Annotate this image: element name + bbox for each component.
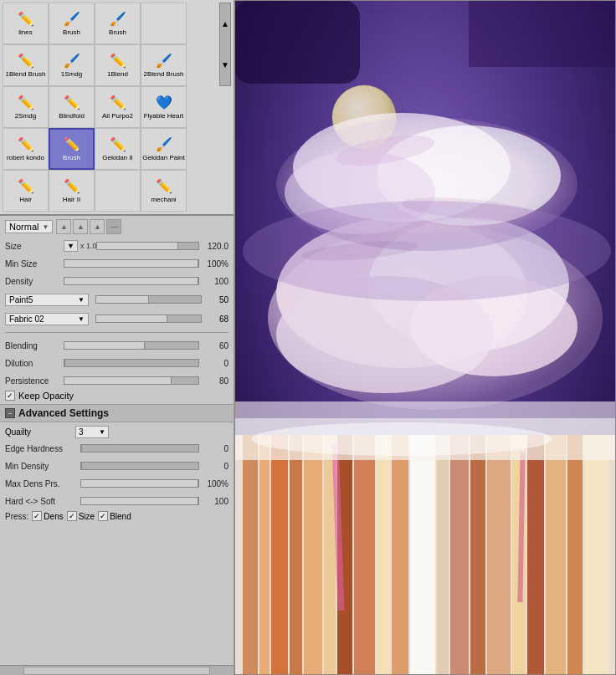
canvas-area[interactable] [234,0,616,675]
size-value: 120.0 [202,242,228,251]
blend-prev-btn[interactable]: ▲ [56,219,71,234]
brush-cell[interactable]: 💙Flyable Heart [141,86,187,128]
brush-cell[interactable]: ✏️1Blend Brush [3,44,49,86]
brush-cell[interactable]: 🖌️Gekidan Paint [141,128,187,170]
quality-arrow-icon: ▼ [99,428,105,436]
blend-last-btn[interactable]: — [106,219,121,234]
size-label: Size [5,242,64,251]
brush-cell-label: All Purpo2 [102,112,133,120]
brush-grid: ✏️lines🖌️Brush🖌️Brush✏️1Blend Brush🖌️1Sm… [0,0,234,216]
keep-opacity-checkbox[interactable]: ✓ [5,391,15,401]
brush-cell[interactable]: 🖌️Brush [95,3,141,44]
min-density-slider[interactable] [80,462,199,470]
scroll-up-arrow[interactable]: ▲ [221,19,229,28]
brush-scroll[interactable]: ▲ ▼ [219,3,231,86]
bottom-scrollbar[interactable] [0,665,234,675]
brush-cell-icon: ✏️ [18,178,34,194]
persistence-slider[interactable] [64,376,199,385]
texture2-label: Fabric 02 [9,314,44,324]
min-density-label: Min Density [5,462,80,471]
hard-soft-value: 100 [202,497,228,506]
brush-cell-icon: 🖌️ [156,136,172,152]
brush-cell[interactable]: ✏️robert kondo [3,128,49,170]
divider1 [5,332,228,333]
texture2-dropdown[interactable]: Fabric 02 ▼ [5,313,89,325]
brush-cell[interactable]: ✏️Blindfold [49,86,95,128]
brush-cell[interactable]: ✏️mechani [141,170,187,212]
texture1-row: Paint5 ▼ 50 [5,291,228,308]
brush-cell-label: Hair [19,196,32,204]
quality-dropdown[interactable]: 3 ▼ [75,426,109,438]
texture2-slider[interactable] [95,314,202,323]
brush-cell[interactable]: ✏️Brush [49,128,95,170]
edge-hardness-label: Edge Hardness [5,444,80,453]
blend-mid-btn[interactable]: ▲ [73,219,88,234]
brush-cell[interactable]: ✏️Gekidan II [95,128,141,170]
svg-rect-19 [259,435,270,675]
dilution-slider[interactable] [64,359,199,367]
svg-rect-28 [410,435,435,675]
svg-rect-26 [377,435,390,675]
edge-hardness-value: 0 [202,444,228,453]
blend-mode-row: Normal ▼ ▲ ▲ ▲ — [5,219,228,234]
brush-row: ✏️robert kondo✏️Brush✏️Gekidan II🖌️Gekid… [3,128,219,170]
brush-cell-label: lines [18,28,32,37]
blending-value: 60 [202,341,228,350]
press-dens-checkbox[interactable]: ✓ [32,511,42,521]
min-size-slider[interactable] [64,259,199,268]
press-row: Press: ✓ Dens ✓ Size ✓ Blend [5,511,228,521]
max-dens-prs-label: Max Dens Prs. [5,479,80,488]
persistence-row: Persistence 80 [5,373,228,388]
brush-cell-label: Blindfold [59,112,85,120]
svg-rect-35 [546,435,566,675]
keep-opacity-label: Keep Opacity [18,391,74,401]
blending-row: Blending 60 [5,338,228,353]
blend-mode-dropdown[interactable]: Normal ▼ [5,220,53,233]
edge-hardness-slider[interactable] [80,444,199,453]
brush-cell[interactable]: ✏️2Smdg [3,86,49,128]
quality-label: Quailty [5,427,72,437]
brush-cell[interactable]: ✏️1Blend [95,44,141,86]
size-controls: ▼ x 1.0 [64,240,96,252]
scroll-down-arrow[interactable]: ▼ [221,60,229,69]
dilution-row: Dilution 0 [5,355,228,371]
brush-cell[interactable]: ✏️lines [3,3,49,44]
hard-soft-slider[interactable] [80,497,199,505]
dilution-slider-container: 0 [64,359,228,368]
brush-row: ✏️1Blend Brush🖌️1Smdg✏️1Blend🖌️2Blend Br… [3,44,219,86]
texture1-slider[interactable] [95,295,202,304]
press-blend-checkbox[interactable]: ✓ [98,511,108,521]
size-slider-container: 120.0 [96,242,228,251]
svg-rect-1 [234,0,360,84]
brush-cell[interactable] [95,170,141,212]
brush-cell-icon: 🖌️ [110,11,126,27]
blend-next-btn[interactable]: ▲ [90,219,105,234]
brush-cell[interactable]: 🖌️1Smdg [49,44,95,86]
size-mode-dropdown[interactable]: ▼ [64,240,78,252]
brush-cell-label: 2Smdg [15,112,36,120]
svg-point-14 [243,201,611,301]
texture1-dropdown[interactable]: Paint5 ▼ [5,294,89,306]
brush-row: ✏️lines🖌️Brush🖌️Brush [3,3,219,44]
svg-rect-31 [470,435,485,675]
brush-cell[interactable]: 🖌️2Blend Brush [141,44,187,86]
brush-cell-icon: ✏️ [64,95,80,110]
density-value: 100 [202,277,228,286]
brush-cell[interactable]: ✏️Hair [3,170,49,212]
svg-rect-29 [437,435,449,675]
blending-slider[interactable] [64,341,199,350]
brush-cell[interactable]: ✏️Hair II [49,170,95,212]
press-blend-label: Blend [110,512,131,521]
density-slider[interactable] [64,277,199,285]
max-dens-prs-slider[interactable] [80,479,199,488]
svg-point-41 [251,422,552,456]
press-size-checkbox[interactable]: ✓ [67,511,77,521]
advanced-settings-header[interactable]: − Advanced Settings [0,404,234,422]
svg-rect-21 [290,435,302,675]
density-label: Density [5,277,64,286]
brush-cell[interactable]: 🖌️Brush [49,3,95,44]
texture1-label: Paint5 [9,295,33,304]
brush-cell[interactable]: ✏️All Purpo2 [95,86,141,128]
brush-cell[interactable] [141,3,187,44]
size-slider[interactable] [96,242,199,250]
